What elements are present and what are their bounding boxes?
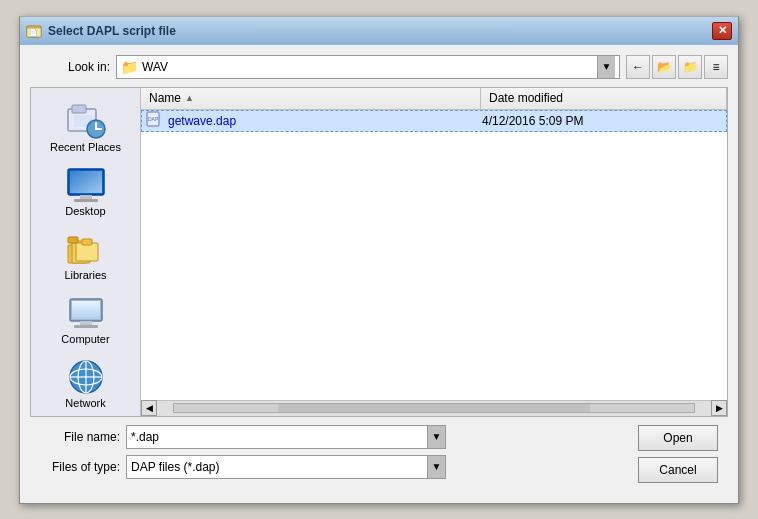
folder-icon: 📁 bbox=[121, 59, 138, 75]
look-in-dropdown-arrow[interactable]: ▼ bbox=[597, 56, 615, 78]
sidebar-item-computer[interactable]: Computer bbox=[35, 288, 136, 350]
desktop-icon bbox=[66, 165, 106, 205]
sidebar: Recent Places bbox=[31, 88, 141, 416]
svg-rect-9 bbox=[80, 195, 92, 199]
dialog-icon: 📄 bbox=[26, 23, 42, 39]
sort-arrow-name: ▲ bbox=[185, 93, 194, 103]
dialog-body: Look in: 📁 WAV ▼ ← 📂 📁 ≡ bbox=[20, 45, 738, 503]
up-icon: 📂 bbox=[657, 60, 672, 74]
scroll-right-button[interactable]: ▶ bbox=[711, 400, 727, 416]
svg-rect-15 bbox=[76, 243, 98, 261]
current-folder-text: WAV bbox=[142, 60, 593, 74]
new-folder-icon: 📁 bbox=[683, 60, 698, 74]
svg-rect-11 bbox=[70, 171, 102, 193]
network-label: Network bbox=[65, 397, 105, 409]
dialog-window: 📄 Select DAPL script file ✕ Look in: 📁 W… bbox=[19, 16, 739, 504]
recent-places-label: Recent Places bbox=[50, 141, 121, 153]
column-header-date[interactable]: Date modified bbox=[481, 88, 727, 109]
computer-icon bbox=[66, 293, 106, 333]
back-button[interactable]: ← bbox=[626, 55, 650, 79]
libraries-icon bbox=[66, 229, 106, 269]
bottom-area: File name: ▼ Files of type: DAP files (*… bbox=[30, 417, 728, 493]
action-buttons: Open Cancel bbox=[638, 425, 718, 483]
svg-rect-10 bbox=[74, 199, 98, 202]
file-type-icon: DAP bbox=[146, 111, 164, 130]
bottom-section: File name: ▼ Files of type: DAP files (*… bbox=[40, 425, 718, 485]
svg-rect-19 bbox=[80, 321, 92, 325]
back-icon: ← bbox=[632, 60, 644, 74]
close-button[interactable]: ✕ bbox=[712, 22, 732, 40]
file-name-row: File name: ▼ bbox=[40, 425, 622, 449]
recent-places-icon bbox=[66, 101, 106, 141]
libraries-label: Libraries bbox=[64, 269, 106, 281]
file-type-text: DAP files (*.dap) bbox=[127, 460, 427, 474]
file-name-dropdown-arrow[interactable]: ▼ bbox=[427, 426, 445, 448]
svg-rect-21 bbox=[72, 301, 100, 319]
look-in-label: Look in: bbox=[30, 60, 110, 74]
file-list-area: Name ▲ Date modified DAP bbox=[141, 88, 727, 416]
file-type-label: Files of type: bbox=[40, 460, 120, 474]
file-type-row: Files of type: DAP files (*.dap) ▼ bbox=[40, 455, 622, 479]
computer-label: Computer bbox=[61, 333, 109, 345]
view-icon: ≡ bbox=[712, 60, 719, 74]
new-folder-button[interactable]: 📁 bbox=[678, 55, 702, 79]
form-rows: File name: ▼ Files of type: DAP files (*… bbox=[40, 425, 622, 485]
svg-text:DAP: DAP bbox=[148, 116, 159, 122]
sidebar-item-recent-places[interactable]: Recent Places bbox=[35, 96, 136, 158]
file-row[interactable]: DAP getwave.dap 4/12/2016 5:09 PM bbox=[141, 110, 727, 132]
sidebar-item-libraries[interactable]: Libraries bbox=[35, 224, 136, 286]
dialog-title: Select DAPL script file bbox=[48, 24, 176, 38]
column-header-name[interactable]: Name ▲ bbox=[141, 88, 481, 109]
svg-rect-16 bbox=[82, 239, 92, 245]
toolbar-buttons: ← 📂 📁 ≡ bbox=[626, 55, 728, 79]
network-icon bbox=[66, 357, 106, 397]
scroll-track[interactable] bbox=[173, 403, 695, 413]
file-name-label: File name: bbox=[40, 430, 120, 444]
scroll-left-button[interactable]: ◀ bbox=[141, 400, 157, 416]
file-type-dropdown-arrow[interactable]: ▼ bbox=[427, 456, 445, 478]
file-name-combo[interactable]: ▼ bbox=[126, 425, 446, 449]
file-list-header: Name ▲ Date modified bbox=[141, 88, 727, 110]
file-date-text: 4/12/2016 5:09 PM bbox=[482, 114, 722, 128]
file-name-input[interactable] bbox=[127, 430, 427, 444]
cancel-button[interactable]: Cancel bbox=[638, 457, 718, 483]
svg-rect-20 bbox=[74, 325, 98, 328]
sidebar-item-network[interactable]: Network bbox=[35, 352, 136, 414]
file-name-text: getwave.dap bbox=[168, 114, 478, 128]
file-list[interactable]: DAP getwave.dap 4/12/2016 5:09 PM bbox=[141, 110, 727, 400]
horizontal-scrollbar[interactable]: ◀ ▶ bbox=[141, 400, 727, 416]
svg-text:📄: 📄 bbox=[29, 28, 38, 37]
open-button[interactable]: Open bbox=[638, 425, 718, 451]
svg-rect-14 bbox=[68, 237, 78, 243]
up-folder-button[interactable]: 📂 bbox=[652, 55, 676, 79]
svg-rect-4 bbox=[72, 105, 86, 113]
desktop-label: Desktop bbox=[65, 205, 105, 217]
look-in-combo[interactable]: 📁 WAV ▼ bbox=[116, 55, 620, 79]
file-type-combo[interactable]: DAP files (*.dap) ▼ bbox=[126, 455, 446, 479]
main-area: Recent Places bbox=[30, 87, 728, 417]
look-in-row: Look in: 📁 WAV ▼ ← 📂 📁 ≡ bbox=[30, 55, 728, 79]
view-button[interactable]: ≡ bbox=[704, 55, 728, 79]
title-bar: 📄 Select DAPL script file ✕ bbox=[20, 17, 738, 45]
sidebar-item-desktop[interactable]: Desktop bbox=[35, 160, 136, 222]
